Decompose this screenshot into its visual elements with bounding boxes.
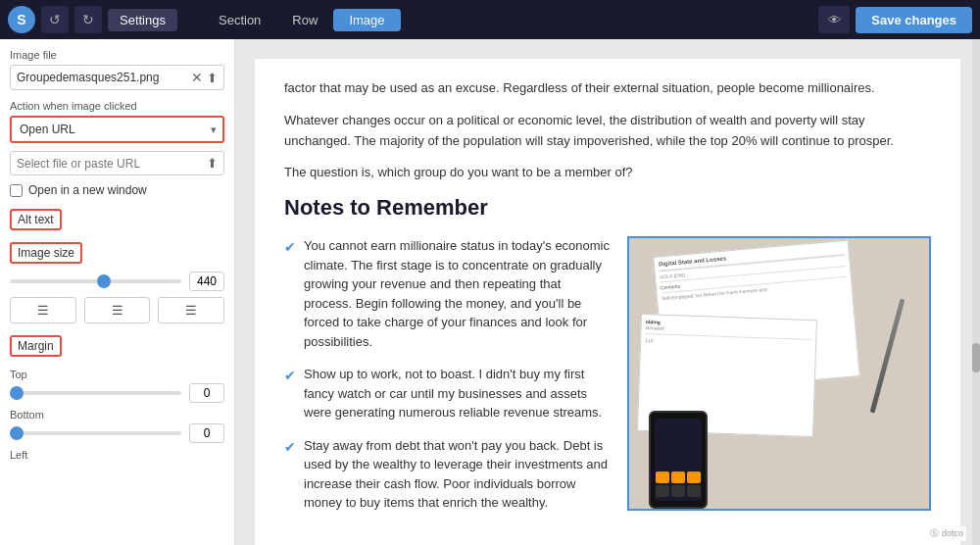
alt-text-label[interactable]: Alt text xyxy=(10,209,62,230)
bottom-margin-slider-row xyxy=(10,423,224,443)
list-item: ✔ You cannot earn millionaire status in … xyxy=(284,236,612,351)
paragraph-3: The question is, which group do you want… xyxy=(284,163,931,183)
image-size-slider[interactable] xyxy=(10,279,181,283)
main-layout: Image file Groupedemasques251.png ✕ ⬆ Ac… xyxy=(0,39,980,545)
upload-icon[interactable]: ⬆ xyxy=(207,71,218,85)
top-margin-value[interactable] xyxy=(189,383,224,403)
bottom-margin-slider[interactable] xyxy=(10,431,181,435)
align-row: ☰ ☰ ☰ xyxy=(10,297,224,323)
align-left-button[interactable]: ☰ xyxy=(10,297,76,323)
notes-list: ✔ You cannot earn millionaire status in … xyxy=(284,236,612,513)
tab-image[interactable]: Image xyxy=(333,9,400,31)
image-file-value: Groupedemasques251.png xyxy=(17,71,187,84)
url-upload-icon[interactable]: ⬆ xyxy=(207,156,218,171)
image-column: ↓ Digital State and Losses 423-A (DW) Co… xyxy=(627,236,931,511)
bottom-margin-value[interactable] xyxy=(189,423,224,443)
clear-file-icon[interactable]: ✕ xyxy=(191,70,203,85)
check-icon-1: ✔ xyxy=(284,237,296,351)
topbar-tabs: Section Row Image xyxy=(203,9,401,31)
undo-button[interactable]: ↺ xyxy=(41,6,69,33)
scrollbar[interactable] xyxy=(972,39,980,545)
preview-button[interactable]: 👁 xyxy=(818,6,850,33)
check-icon-3: ✔ xyxy=(284,437,296,513)
tab-row[interactable]: Row xyxy=(276,9,333,31)
image-file-row: Groupedemasques251.png ✕ ⬆ xyxy=(10,65,224,90)
left-panel: Image file Groupedemasques251.png ✕ ⬆ Ac… xyxy=(0,39,235,545)
list-item: ✔ Show up to work, not to boast. I didn'… xyxy=(284,365,612,422)
image-section: ✔ You cannot earn millionaire status in … xyxy=(284,236,931,528)
top-margin-slider[interactable] xyxy=(10,391,181,395)
image-file-label: Image file xyxy=(10,49,224,61)
left-margin-label: Left xyxy=(10,449,224,461)
align-right-button[interactable]: ☰ xyxy=(158,297,224,323)
note-3-text: Stay away from debt that won't pay you b… xyxy=(304,436,612,513)
top-margin-slider-row xyxy=(10,383,224,403)
image-placeholder[interactable]: ↓ Digital State and Losses 423-A (DW) Co… xyxy=(627,236,931,511)
paragraph-2: Whatever changes occur on a political or… xyxy=(284,111,931,152)
image-size-slider-row xyxy=(10,272,224,291)
action-select-wrapper: Open URL No action Open file xyxy=(10,116,224,143)
logo-icon: S xyxy=(8,6,35,33)
top-margin-label: Top xyxy=(10,369,224,380)
url-input[interactable] xyxy=(17,157,203,171)
action-label: Action when image clicked xyxy=(10,100,224,112)
paragraph-1: factor that may be used as an excuse. Re… xyxy=(284,78,931,99)
new-window-checkbox[interactable] xyxy=(10,184,23,197)
redo-button[interactable]: ↻ xyxy=(74,6,102,33)
tab-section[interactable]: Section xyxy=(203,9,276,31)
content-area: factor that may be used as an excuse. Re… xyxy=(235,39,980,545)
notes-text-column: ✔ You cannot earn millionaire status in … xyxy=(284,236,612,528)
tax-forms-background: Digital State and Losses 423-A (DW) Cont… xyxy=(629,238,929,509)
watermark: Ⓢ dotco xyxy=(927,526,966,541)
bottom-margin-label: Bottom xyxy=(10,409,224,421)
url-input-row: ⬆ xyxy=(10,151,224,175)
settings-button[interactable]: Settings xyxy=(108,9,177,31)
list-item: ✔ Stay away from debt that won't pay you… xyxy=(284,436,612,513)
phone-image xyxy=(649,411,708,509)
align-center-button[interactable]: ☰ xyxy=(84,297,151,323)
margin-label[interactable]: Margin xyxy=(10,335,62,357)
new-window-label: Open in a new window xyxy=(28,183,147,197)
save-button[interactable]: Save changes xyxy=(856,7,972,33)
topbar: S ↺ ↻ Settings Section Row Image 👁 Save … xyxy=(0,0,980,39)
image-size-label[interactable]: Image size xyxy=(10,242,82,264)
check-icon-2: ✔ xyxy=(284,366,296,422)
page-content: factor that may be used as an excuse. Re… xyxy=(255,59,960,545)
new-window-row: Open in a new window xyxy=(10,183,224,197)
note-2-text: Show up to work, not to boast. I didn't … xyxy=(304,365,612,422)
scrollbar-thumb[interactable] xyxy=(972,343,980,372)
image-size-value[interactable] xyxy=(189,272,224,291)
note-1-text: You cannot earn millionaire status in to… xyxy=(304,236,612,351)
notes-heading: Notes to Remember xyxy=(284,195,931,221)
action-select[interactable]: Open URL No action Open file xyxy=(10,116,224,143)
